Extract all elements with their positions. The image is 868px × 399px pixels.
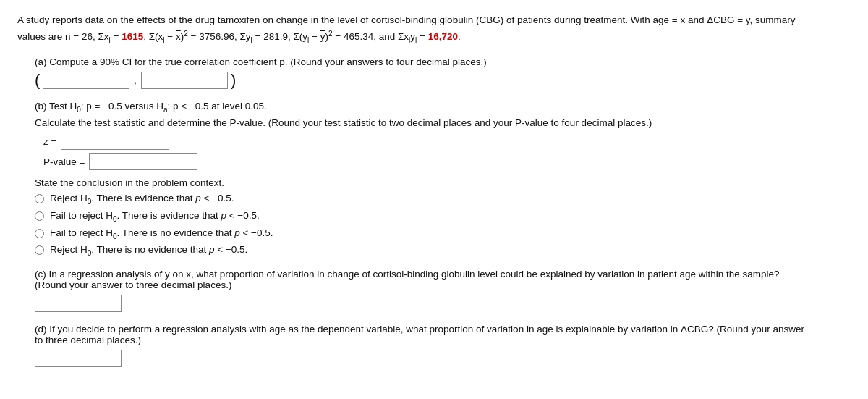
radio-option-3: Reject H0. There is no evidence that p <…	[35, 244, 851, 257]
part-a-inputs: ( , )	[35, 72, 851, 89]
z-row: z =	[43, 133, 851, 150]
part-a-input2[interactable]	[141, 72, 228, 89]
part-b-label: (b) Test H0: p = −0.5 versus Ha: p < −0.…	[35, 101, 851, 114]
part-c-section: (c) In a regression analysis of y on x, …	[17, 269, 851, 312]
part-b-calc-label: Calculate the test statistic and determi…	[35, 117, 851, 128]
part-d-input[interactable]	[35, 350, 122, 367]
radio-2[interactable]	[35, 229, 44, 238]
part-a-input1[interactable]	[43, 72, 129, 89]
radio-option-2: Fail to reject H0. There is no evidence …	[35, 227, 851, 240]
part-a-label: (a) Compute a 90% CI for the true correl…	[35, 56, 851, 67]
radio-label-0: Reject H0. There is evidence that p < −0…	[50, 193, 234, 206]
intro-line2: values are n = 26, Σxi = 1615, Σ(xi − x)…	[17, 31, 461, 42]
radio-option-0: Reject H0. There is evidence that p < −0…	[35, 193, 851, 206]
conclusion-label: State the conclusion in the problem cont…	[35, 177, 851, 188]
radio-1[interactable]	[35, 211, 44, 221]
z-label: z =	[43, 136, 56, 147]
radio-label-1: Fail to reject H0. There is evidence tha…	[50, 210, 260, 223]
radio-group: Reject H0. There is evidence that p < −0…	[35, 193, 851, 257]
open-paren: (	[35, 72, 40, 88]
radio-0[interactable]	[35, 194, 44, 203]
part-a-section: (a) Compute a 90% CI for the true correl…	[17, 56, 851, 89]
radio-option-1: Fail to reject H0. There is evidence tha…	[35, 210, 851, 223]
radio-label-3: Reject H0. There is no evidence that p <…	[50, 244, 247, 257]
comma-separator: ,	[134, 75, 137, 85]
radio-3[interactable]	[35, 245, 44, 255]
pvalue-input[interactable]	[89, 153, 197, 170]
intro-text: A study reports data on the effects of t…	[17, 13, 851, 46]
part-b-section: (b) Test H0: p = −0.5 versus Ha: p < −0.…	[17, 101, 851, 257]
z-input[interactable]	[61, 133, 169, 150]
part-c-input[interactable]	[35, 295, 122, 312]
intro-line1: A study reports data on the effects of t…	[17, 14, 796, 25]
radio-label-2: Fail to reject H0. There is no evidence …	[50, 227, 273, 240]
part-d-label: (d) If you decide to perform a regressio…	[35, 324, 851, 345]
pvalue-row: P-value =	[43, 153, 851, 170]
part-c-label: (c) In a regression analysis of y on x, …	[35, 269, 851, 290]
pvalue-label: P-value =	[43, 156, 85, 167]
conclusion-section: State the conclusion in the problem cont…	[35, 177, 851, 257]
part-d-section: (d) If you decide to perform a regressio…	[17, 324, 851, 367]
close-paren: )	[231, 72, 236, 88]
